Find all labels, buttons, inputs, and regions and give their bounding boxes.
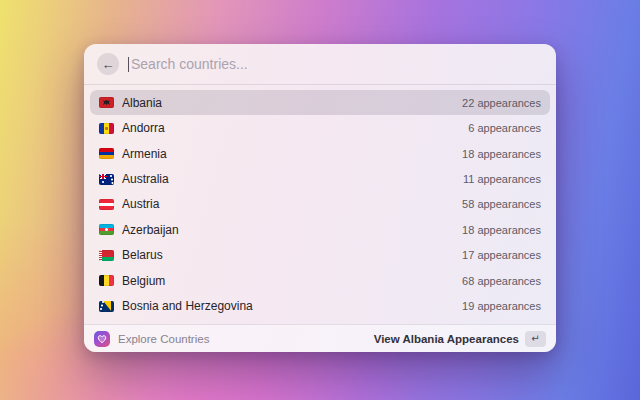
country-name: Austria: [122, 197, 159, 211]
primary-action-button[interactable]: View Albania Appearances ↵: [374, 331, 546, 347]
list-item[interactable]: Austria58 appearances: [90, 192, 550, 217]
appearance-count: 17 appearances: [462, 249, 541, 261]
appearance-count: 18 appearances: [462, 224, 541, 236]
list-item[interactable]: Armenia18 appearances: [90, 141, 550, 166]
list-item[interactable]: Bosnia and Herzegovina19 appearances: [90, 294, 550, 319]
country-name: Andorra: [122, 121, 165, 135]
appearance-count: 58 appearances: [462, 198, 541, 210]
flag-icon: [99, 123, 114, 134]
appearance-count: 6 appearances: [468, 122, 541, 134]
search-input[interactable]: [129, 56, 543, 72]
back-button[interactable]: ←: [97, 53, 119, 75]
country-name: Armenia: [122, 147, 167, 161]
list-item[interactable]: Andorra6 appearances: [90, 115, 550, 140]
flag-icon: [99, 174, 114, 185]
flag-icon: [99, 97, 114, 108]
flag-icon: [99, 199, 114, 210]
appearance-count: 22 appearances: [462, 97, 541, 109]
country-name: Azerbaijan: [122, 223, 179, 237]
list-item[interactable]: Australia11 appearances: [90, 166, 550, 191]
appearance-count: 18 appearances: [462, 148, 541, 160]
country-name: Bosnia and Herzegovina: [122, 299, 253, 313]
flag-icon: [99, 275, 114, 286]
flag-icon: [99, 250, 114, 261]
enter-key-icon: ↵: [525, 331, 546, 347]
back-arrow-icon: ←: [102, 58, 115, 71]
flag-icon: [99, 224, 114, 235]
country-name: Belgium: [122, 274, 165, 288]
appearance-count: 11 appearances: [463, 173, 541, 185]
primary-action-label: View Albania Appearances: [374, 333, 519, 345]
heart-icon: [94, 331, 110, 347]
country-name: Belarus: [122, 248, 163, 262]
country-name: Albania: [122, 96, 162, 110]
footer-bar: Explore Countries View Albania Appearanc…: [84, 324, 556, 352]
search-bar: ←: [84, 44, 556, 85]
list-item[interactable]: Azerbaijan18 appearances: [90, 217, 550, 242]
footer-app-name: Explore Countries: [118, 333, 209, 345]
appearance-count: 68 appearances: [462, 275, 541, 287]
search-window: ← Albania22 appearancesAndorra6 appearan…: [84, 44, 556, 352]
flag-icon: [99, 301, 114, 312]
list-item[interactable]: Belgium68 appearances: [90, 268, 550, 293]
search-input-wrap: [128, 56, 543, 72]
list-item[interactable]: Albania22 appearances: [90, 90, 550, 115]
country-list: Albania22 appearancesAndorra6 appearance…: [84, 85, 556, 324]
flag-icon: [99, 148, 114, 159]
country-name: Australia: [122, 172, 169, 186]
list-item[interactable]: Belarus17 appearances: [90, 243, 550, 268]
appearance-count: 19 appearances: [462, 300, 541, 312]
